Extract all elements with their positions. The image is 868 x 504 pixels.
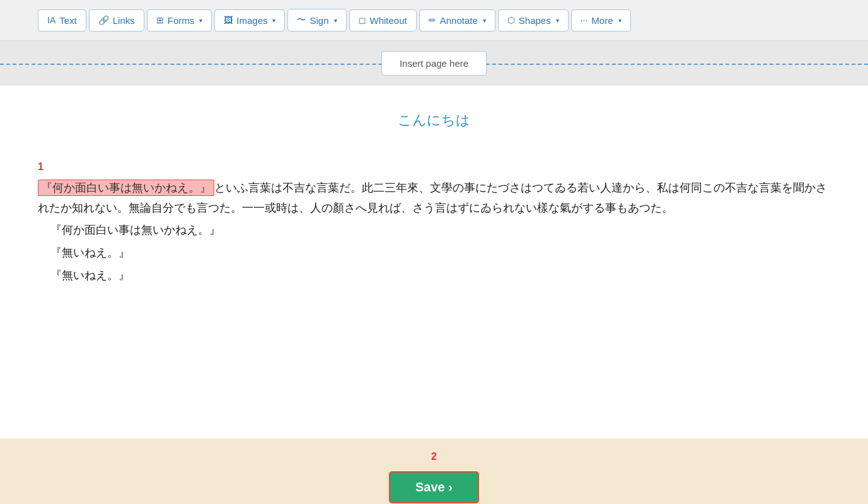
line-4: 『無いねえ。』 <box>38 264 830 287</box>
images-caret: ▾ <box>272 17 275 24</box>
sign-icon: 〜 <box>297 14 306 26</box>
shapes-button[interactable]: ⬡ Shapes ▾ <box>498 9 569 32</box>
save-bar: 2 Save › <box>0 438 868 504</box>
save-label: Save › <box>415 480 453 495</box>
insert-page-bar: Insert page here <box>0 41 868 86</box>
insert-page-button[interactable]: Insert page here <box>381 51 487 76</box>
text-button[interactable]: IA Text <box>38 9 86 32</box>
images-icon: 🖼 <box>224 15 233 25</box>
shapes-label: Shapes <box>519 15 551 26</box>
links-icon: 🔗 <box>98 15 109 25</box>
document-title: こんにちは <box>38 111 830 130</box>
forms-icon: ⊞ <box>156 15 164 25</box>
sign-label: Sign <box>310 15 328 26</box>
more-label: More <box>591 15 613 26</box>
line-2: 『何か面白い事は無いかねえ。』 <box>38 219 830 241</box>
document-area: こんにちは 1 『何か面白い事は無いかねえ。』といふ言葉は不吉な言葉だ。此二三年… <box>0 86 868 438</box>
links-button[interactable]: 🔗 Links <box>89 9 144 32</box>
insert-page-label: Insert page here <box>400 58 468 69</box>
line-3: 『無いねえ。』 <box>38 241 830 264</box>
forms-caret: ▾ <box>199 17 202 24</box>
sign-button[interactable]: 〜 Sign ▾ <box>287 9 346 32</box>
more-icon: ··· <box>581 15 588 25</box>
forms-button[interactable]: ⊞ Forms ▾ <box>147 9 212 32</box>
highlighted-phrase: 『何か面白い事は無いかねえ。』 <box>38 180 214 196</box>
text-label: Text <box>59 15 77 26</box>
sign-caret: ▾ <box>334 17 337 24</box>
forms-label: Forms <box>168 15 195 26</box>
page-number-1: 1 <box>38 161 830 173</box>
annotate-caret: ▾ <box>483 17 486 24</box>
links-label: Links <box>113 15 135 26</box>
images-button[interactable]: 🖼 Images ▾ <box>214 9 285 32</box>
annotate-button[interactable]: ✏ Annotate ▾ <box>419 9 495 32</box>
toolbar: IA Text 🔗 Links ⊞ Forms ▾ 🖼 Images ▾ 〜 S… <box>0 0 868 41</box>
whiteout-button[interactable]: ◻ Whiteout <box>349 9 417 32</box>
shapes-caret: ▾ <box>556 17 559 24</box>
annotate-icon: ✏ <box>429 15 436 25</box>
whiteout-icon: ◻ <box>359 15 366 25</box>
more-button[interactable]: ··· More ▾ <box>571 9 631 32</box>
page-number-2: 2 <box>431 451 437 462</box>
text-icon: IA <box>47 15 55 25</box>
whiteout-label: Whiteout <box>370 15 407 26</box>
shapes-icon: ⬡ <box>507 15 515 25</box>
annotate-label: Annotate <box>440 15 478 26</box>
first-paragraph: 『何か面白い事は無いかねえ。』といふ言葉は不吉な言葉だ。此二三年來、文學の事にた… <box>38 178 830 219</box>
save-button[interactable]: Save › <box>389 471 479 503</box>
images-label: Images <box>236 15 267 26</box>
more-caret: ▾ <box>618 17 622 24</box>
